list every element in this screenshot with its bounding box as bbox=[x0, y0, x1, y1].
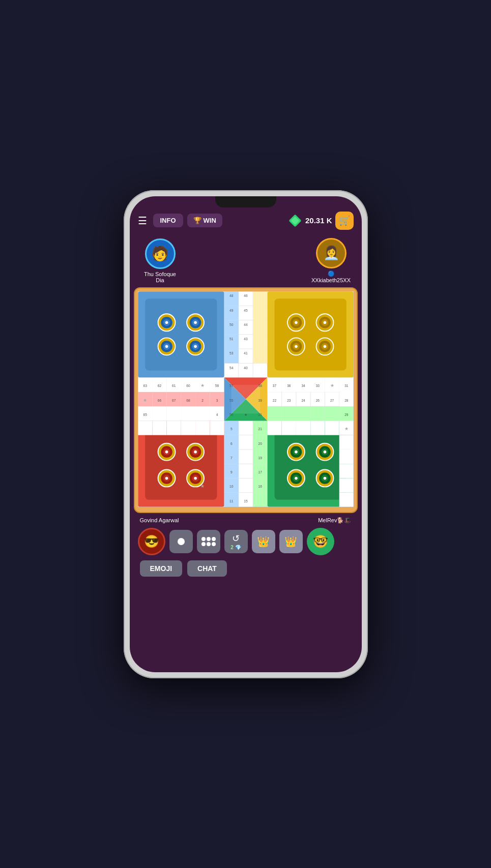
opponent-avatar-button[interactable]: 🤓 bbox=[307, 528, 334, 555]
undo-button[interactable]: ↺ 2 💎 bbox=[224, 530, 248, 553]
svg-text:20: 20 bbox=[258, 441, 262, 445]
svg-rect-164 bbox=[166, 421, 181, 435]
svg-rect-166 bbox=[195, 421, 210, 435]
svg-rect-178 bbox=[339, 478, 353, 492]
svg-text:51: 51 bbox=[229, 337, 234, 341]
undo-count: 2 💎 bbox=[230, 545, 241, 550]
cart-button[interactable]: 🛒 bbox=[335, 212, 354, 230]
win-trophy-icon: 🏆 bbox=[193, 217, 201, 224]
chat-button[interactable]: CHAT bbox=[187, 560, 227, 577]
board-container: 48 46 49 45 50 44 51 43 53 41 54 40 63 6… bbox=[130, 285, 362, 515]
phone-frame: ☰ INFO 🏆 WIN 20.31 K 🛒 bbox=[124, 190, 368, 678]
svg-rect-176 bbox=[339, 449, 353, 463]
svg-text:68: 68 bbox=[186, 398, 190, 402]
svg-rect-122 bbox=[253, 306, 267, 320]
svg-text:6: 6 bbox=[230, 441, 232, 445]
svg-text:58: 58 bbox=[215, 384, 219, 387]
svg-rect-184 bbox=[231, 384, 260, 413]
player-avatar-control: 😎 bbox=[138, 528, 165, 555]
svg-text:★: ★ bbox=[244, 412, 247, 416]
svg-text:★: ★ bbox=[330, 382, 334, 388]
svg-point-98 bbox=[295, 476, 298, 480]
svg-point-66 bbox=[323, 345, 326, 348]
svg-rect-123 bbox=[253, 320, 267, 334]
ludo-board-svg: 48 46 49 45 50 44 51 43 53 41 54 40 63 6… bbox=[138, 291, 354, 507]
svg-text:34: 34 bbox=[301, 384, 305, 387]
svg-rect-129 bbox=[152, 406, 166, 421]
svg-point-48 bbox=[194, 345, 197, 348]
gem-icon bbox=[288, 214, 302, 228]
svg-text:46: 46 bbox=[244, 294, 248, 297]
svg-point-76 bbox=[194, 450, 197, 453]
svg-text:37: 37 bbox=[272, 384, 276, 387]
svg-rect-175 bbox=[339, 435, 353, 449]
svg-rect-161 bbox=[253, 492, 267, 506]
dice-six-button[interactable] bbox=[197, 530, 220, 553]
players-row-bottom: Govind Agarwal MelRev🐕🎩 bbox=[130, 515, 362, 525]
emoji-button[interactable]: EMOJI bbox=[140, 560, 183, 577]
svg-rect-103 bbox=[224, 291, 238, 306]
svg-rect-169 bbox=[281, 421, 296, 435]
svg-text:63: 63 bbox=[143, 384, 147, 387]
svg-point-102 bbox=[323, 476, 326, 480]
svg-text:5: 5 bbox=[230, 427, 232, 431]
notch bbox=[215, 196, 276, 207]
svg-text:23: 23 bbox=[287, 398, 291, 402]
player-top-right: 👩‍💼 🔵 XXkiabeth25XX bbox=[311, 238, 352, 283]
svg-rect-131 bbox=[166, 406, 181, 421]
svg-text:55: 55 bbox=[229, 398, 234, 402]
crown-icon-2: 👑 bbox=[284, 535, 297, 548]
svg-point-54 bbox=[295, 321, 298, 324]
info-button[interactable]: INFO bbox=[153, 214, 183, 227]
svg-text:44: 44 bbox=[244, 322, 248, 326]
svg-text:62: 62 bbox=[157, 384, 161, 387]
svg-text:17: 17 bbox=[258, 470, 262, 474]
svg-text:9: 9 bbox=[230, 470, 232, 474]
svg-point-36 bbox=[165, 321, 168, 324]
crown-icon-1: 👑 bbox=[257, 535, 270, 548]
svg-text:65: 65 bbox=[143, 412, 147, 416]
board-outer: 48 46 49 45 50 44 51 43 53 41 54 40 63 6… bbox=[134, 287, 358, 513]
svg-text:21: 21 bbox=[258, 427, 262, 431]
gems-amount: 20.31 K bbox=[305, 216, 332, 225]
svg-text:★: ★ bbox=[344, 426, 348, 431]
svg-rect-148 bbox=[325, 406, 339, 421]
menu-icon[interactable]: ☰ bbox=[138, 215, 147, 227]
svg-rect-147 bbox=[310, 406, 325, 421]
svg-rect-106 bbox=[224, 334, 238, 348]
action-buttons: EMOJI CHAT bbox=[130, 558, 362, 583]
dice-six-dots bbox=[201, 537, 216, 546]
svg-text:★: ★ bbox=[143, 397, 147, 402]
player-name-bottom-right: MelRev🐕🎩 bbox=[318, 517, 351, 524]
gems-container: 20.31 K 🛒 bbox=[288, 212, 354, 230]
svg-text:49: 49 bbox=[229, 308, 234, 312]
dice-one-button[interactable] bbox=[169, 530, 193, 553]
svg-text:16: 16 bbox=[258, 485, 262, 488]
svg-text:57: 57 bbox=[229, 384, 234, 387]
svg-rect-146 bbox=[296, 406, 310, 421]
svg-rect-171 bbox=[310, 421, 325, 435]
svg-text:21: 21 bbox=[258, 412, 262, 416]
crown-button-2[interactable]: 👑 bbox=[279, 530, 303, 553]
svg-point-90 bbox=[295, 450, 298, 453]
crown-button-1[interactable]: 👑 bbox=[252, 530, 275, 553]
svg-text:2: 2 bbox=[201, 398, 204, 402]
svg-rect-167 bbox=[210, 421, 224, 435]
svg-rect-104 bbox=[224, 306, 238, 320]
svg-text:61: 61 bbox=[172, 384, 176, 387]
svg-point-80 bbox=[165, 476, 168, 480]
svg-rect-179 bbox=[339, 492, 353, 506]
svg-text:40: 40 bbox=[244, 366, 248, 369]
phone-screen: ☰ INFO 🏆 WIN 20.31 K 🛒 bbox=[130, 196, 362, 672]
dice-one-dot bbox=[178, 538, 185, 545]
svg-text:27: 27 bbox=[330, 398, 334, 402]
undo-icon: ↺ bbox=[232, 533, 240, 544]
svg-rect-170 bbox=[296, 421, 310, 435]
svg-text:54: 54 bbox=[229, 366, 234, 369]
player-name-top-right: 🔵 XXkiabeth25XX bbox=[311, 271, 352, 283]
svg-text:22: 22 bbox=[272, 398, 276, 402]
svg-text:26: 26 bbox=[315, 398, 320, 402]
svg-text:7: 7 bbox=[230, 456, 232, 459]
win-button[interactable]: 🏆 WIN bbox=[187, 214, 222, 227]
svg-text:29: 29 bbox=[344, 412, 349, 416]
